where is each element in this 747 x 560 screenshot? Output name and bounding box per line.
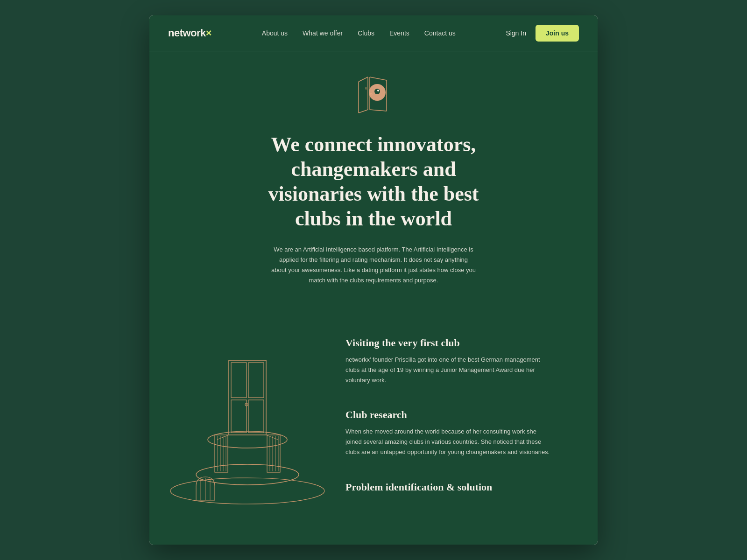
svg-rect-14 <box>231 363 247 398</box>
door-eye-illustration: 0 <box>355 70 392 117</box>
svg-rect-16 <box>248 363 264 398</box>
building-illustration <box>168 332 327 511</box>
hero-icon: 0 <box>168 70 579 119</box>
svg-point-11 <box>377 90 379 91</box>
svg-rect-17 <box>248 400 264 433</box>
nav-what-we-offer[interactable]: What we offer <box>303 29 343 37</box>
svg-line-7 <box>370 110 387 111</box>
hero-title: We connect innovators, changemakers and … <box>245 133 502 231</box>
svg-point-10 <box>374 89 380 94</box>
nav-actions: Sign In Join us <box>506 25 579 42</box>
svg-line-0 <box>359 77 368 82</box>
feature-research: Club research When she moved around the … <box>345 409 579 457</box>
svg-line-4 <box>370 77 387 80</box>
nav-links: About us What we offer Clubs Events Cont… <box>262 29 456 37</box>
navbar: network× About us What we offer Clubs Ev… <box>149 15 598 51</box>
svg-rect-15 <box>231 400 247 433</box>
club-building-svg <box>168 332 327 510</box>
logo[interactable]: network× <box>168 27 211 39</box>
feature-problem: Problem identification & solution <box>345 481 579 493</box>
website-container: network× About us What we offer Clubs Ev… <box>149 15 598 544</box>
content-section: Visiting the very first club networkx' f… <box>149 314 598 545</box>
browser-window: network× About us What we offer Clubs Ev… <box>149 15 598 544</box>
join-button[interactable]: Join us <box>536 25 579 42</box>
svg-text:0: 0 <box>365 86 367 91</box>
feature-2-title: Club research <box>345 409 579 421</box>
feature-visiting: Visiting the very first club networkx' f… <box>345 337 579 385</box>
svg-point-34 <box>170 478 324 504</box>
sign-in-link[interactable]: Sign In <box>506 29 526 37</box>
feature-1-description: networkx' founder Priscilla got into one… <box>345 355 551 385</box>
logo-symbol: × <box>206 27 211 39</box>
feature-2-description: When she moved around the world because … <box>345 427 551 457</box>
hero-description: We are an Artificial Intelligence based … <box>271 245 476 286</box>
svg-point-30 <box>196 464 299 485</box>
hero-section: 0 We connect innovators, changemakers an… <box>149 51 598 314</box>
features-list: Visiting the very first club networkx' f… <box>345 332 579 517</box>
nav-clubs[interactable]: Clubs <box>358 29 374 37</box>
svg-line-3 <box>359 110 368 113</box>
feature-1-title: Visiting the very first club <box>345 337 579 349</box>
nav-about[interactable]: About us <box>262 29 288 37</box>
feature-3-title: Problem identification & solution <box>345 481 579 493</box>
nav-events[interactable]: Events <box>389 29 409 37</box>
svg-line-35 <box>217 435 229 440</box>
nav-contact[interactable]: Contact us <box>424 29 456 37</box>
svg-point-19 <box>208 431 287 448</box>
svg-line-36 <box>266 435 278 440</box>
